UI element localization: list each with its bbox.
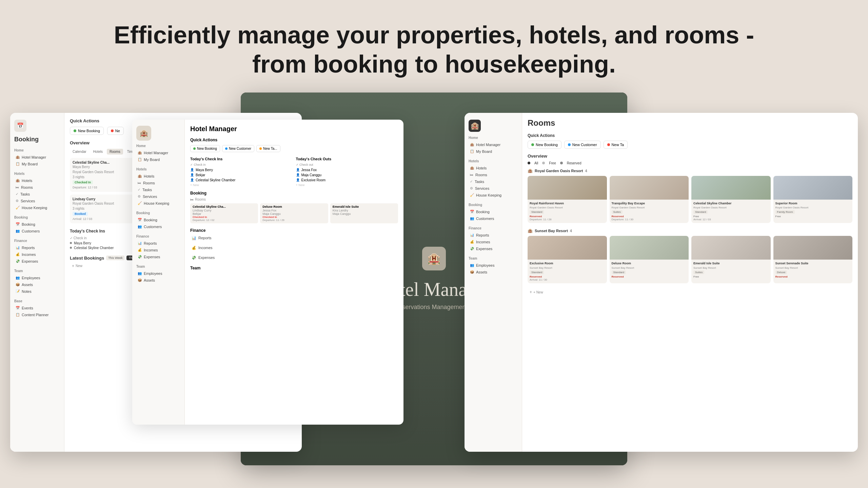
- center-panel: 🏨 Home 🏨 Hotel Manager 📋 My Board Hotels: [132, 120, 403, 425]
- sidebar-item-events[interactable]: 📅 Events: [14, 305, 60, 311]
- filter-reserved-label: Reserved: [567, 161, 581, 165]
- sidebar-item-assets[interactable]: 📦 Assets: [14, 282, 60, 288]
- center-finance-reports-icon: 📊: [192, 236, 196, 240]
- center-sidebar-hotel-manager[interactable]: 🏨 Hotel Manager: [136, 150, 180, 156]
- right-new-tab-btn[interactable]: New Ta: [604, 141, 628, 149]
- right-new-booking-btn[interactable]: New Booking: [528, 141, 561, 149]
- center-hotels-icon: 🏨: [138, 174, 142, 178]
- checkin-add-new[interactable]: + New: [190, 183, 293, 187]
- my-board-icon: 📋: [16, 162, 20, 166]
- sidebar-item-incomes[interactable]: 💰 Incomes: [14, 251, 60, 258]
- room-hotel-er: Sunset Bay Resort: [530, 266, 605, 269]
- screenshots-container: 🏨 Hotel Manager Hotel Reservations Manag…: [0, 93, 868, 482]
- sidebar-item-housekeeping[interactable]: 🧹 House Keeping: [14, 205, 60, 211]
- center-sidebar-rooms[interactable]: 🛏 Rooms: [136, 180, 180, 186]
- center-finance-incomes[interactable]: 💰 Incomes: [190, 245, 398, 251]
- room-date-rrf: Departure: 11 / 28: [530, 218, 605, 221]
- rooms-page-title: Rooms: [528, 118, 852, 128]
- center-sidebar-customers[interactable]: 👥 Customers: [136, 224, 180, 230]
- right-sidebar-booking-item[interactable]: 📅 Booking: [469, 209, 518, 215]
- status-badge-1: Checked In: [73, 180, 93, 184]
- sidebar-item-content-planner[interactable]: 📋 Content Planner: [14, 312, 60, 318]
- center-finance-links: 📊 Reports 💰 Incomes 💸 Expenses: [190, 235, 398, 262]
- sidebar-item-employees[interactable]: 👥 Employees: [14, 275, 60, 281]
- center-sidebar-reports[interactable]: 📊 Reports: [136, 240, 180, 246]
- tab-hotels[interactable]: Hotels: [91, 149, 105, 155]
- room-card-er: Exclusive Room Sunset Bay Resort Standar…: [528, 236, 607, 283]
- sidebar-item-my-board[interactable]: 📋 My Board: [14, 161, 60, 167]
- right-sidebar-hotels: Hotels 🏨 Hotels 🛏 Rooms ✓ Tasks ⚙: [469, 159, 518, 198]
- right-expenses-icon: 💸: [470, 247, 474, 250]
- tab-calendar[interactable]: Calendar: [70, 149, 89, 155]
- center-sidebar-tasks[interactable]: ✓ Tasks: [136, 187, 180, 193]
- exclusive-icon: 👤: [296, 178, 300, 182]
- room-img-sr: [773, 176, 853, 200]
- right-new-customer-btn[interactable]: New Customer: [564, 141, 601, 149]
- room-name-eis: Emerald Isle Suite: [693, 262, 769, 266]
- room-type-sss: Deluxe: [775, 270, 787, 274]
- sidebar-item-rooms[interactable]: 🛏 Rooms: [14, 184, 60, 190]
- center-sidebar-booking-item[interactable]: 📅 Booking: [136, 217, 180, 223]
- sidebar-item-hotel-manager[interactable]: 🏨 Hotel Manager: [14, 154, 60, 160]
- center-finance-reports[interactable]: 📊 Reports: [190, 235, 398, 241]
- right-sidebar-myboard[interactable]: 📋 My Board: [469, 148, 518, 155]
- center-sidebar-hotels-item[interactable]: 🏨 Hotels: [136, 173, 180, 179]
- room-img-er: [528, 236, 607, 260]
- sidebar-item-services[interactable]: ⚙ Services: [14, 198, 60, 204]
- center-new-customer-btn[interactable]: New Customer: [222, 145, 254, 152]
- rooms-icon-filter: 🛏: [190, 198, 194, 201]
- sidebar-finance-label: Finance: [14, 239, 60, 243]
- room-status-eis: Free: [693, 275, 769, 278]
- room-info-sr: Superior Room Royal Garden Oasis Resort …: [773, 200, 853, 220]
- hotel-app-icon: 🏨: [422, 247, 446, 270]
- right-sidebar-services[interactable]: ⚙ Services: [469, 185, 518, 191]
- right-sidebar-reports[interactable]: 📊 Reports: [469, 232, 518, 238]
- sidebar-item-booking[interactable]: 📅 Booking: [14, 221, 60, 227]
- center-sidebar-expenses[interactable]: 💸 Expenses: [136, 254, 180, 260]
- center-sidebar-incomes[interactable]: 💰 Incomes: [136, 247, 180, 253]
- sidebar-item-expenses[interactable]: 💸 Expenses: [14, 258, 60, 264]
- checkout-add-new[interactable]: + New: [296, 183, 398, 187]
- right-sidebar-tasks[interactable]: ✓ Tasks: [469, 179, 518, 185]
- sidebar-item-hotels[interactable]: 🏨 Hotels: [14, 178, 60, 184]
- center-sidebar-assets[interactable]: 📦 Assets: [136, 277, 180, 283]
- center-new-other-btn[interactable]: New Ta...: [256, 145, 280, 152]
- center-new-booking-btn[interactable]: New Booking: [190, 145, 220, 152]
- right-employees-icon: 👥: [470, 263, 474, 267]
- room-type-sr: Family Room: [775, 210, 795, 214]
- center-sidebar-employees[interactable]: 👥 Employees: [136, 270, 180, 277]
- right-sidebar-employees[interactable]: 👥 Employees: [469, 262, 518, 268]
- center-sidebar-housekeeping[interactable]: 🧹 House Keeping: [136, 200, 180, 206]
- center-inner: 🏨 Home 🏨 Hotel Manager 📋 My Board Hotels: [132, 120, 403, 425]
- right-sidebar-hotels-item[interactable]: 🏨 Hotels: [469, 165, 518, 171]
- new-button[interactable]: Ne: [107, 127, 124, 135]
- center-sidebar-my-board[interactable]: 📋 My Board: [136, 157, 180, 163]
- sidebar-item-customers[interactable]: 👥 Customers: [14, 228, 60, 234]
- checkin-dot-2: [70, 247, 72, 249]
- this-week-button[interactable]: This Week: [106, 256, 124, 260]
- right-sidebar-assets[interactable]: 📦 Assets: [469, 269, 518, 275]
- resort-2-icon: 🏨: [528, 228, 533, 233]
- new-booking-button[interactable]: New Booking: [70, 127, 104, 135]
- center-finance-expenses[interactable]: 💸 Expenses: [190, 255, 398, 261]
- right-sidebar-expenses[interactable]: 💸 Expenses: [469, 246, 518, 252]
- center-sidebar-services[interactable]: ⚙ Services: [136, 194, 180, 200]
- sidebar-item-reports[interactable]: 📊 Reports: [14, 245, 60, 251]
- right-new-btn-row[interactable]: + + New: [528, 289, 852, 296]
- center-main: Hotel Manager Quick Actions New Booking …: [185, 120, 403, 425]
- sidebar-item-notes[interactable]: 📝 Notes: [14, 288, 60, 294]
- right-sidebar-incomes[interactable]: 💰 Incomes: [469, 239, 518, 245]
- center-sidebar-team: Team 👥 Employees 📦 Assets: [136, 265, 180, 283]
- tab-rooms[interactable]: Rooms: [107, 149, 123, 155]
- right-screenshot-rooms: 🏨 Home 🏨 Hotel Manager 📋 My Board Hotels: [465, 113, 858, 452]
- right-sidebar-hm[interactable]: 🏨 Hotel Manager: [469, 142, 518, 148]
- right-sidebar-housekeeping[interactable]: 🧹 House Keeping: [469, 192, 518, 198]
- assets-icon: 📦: [16, 283, 20, 286]
- sidebar-item-tasks[interactable]: ✓ Tasks: [14, 191, 60, 197]
- right-customers-icon: 👥: [470, 217, 474, 220]
- booking-cell-1-1: Celestial Skyline Cha... Lindsay Curry B…: [190, 203, 258, 223]
- right-booking-icon: 📅: [470, 210, 474, 214]
- right-sidebar-customers[interactable]: 👥 Customers: [469, 216, 518, 222]
- room-hotel-rrf: Royal Garden Oasis Resort: [530, 206, 605, 209]
- right-sidebar-rooms[interactable]: 🛏 Rooms: [469, 172, 518, 178]
